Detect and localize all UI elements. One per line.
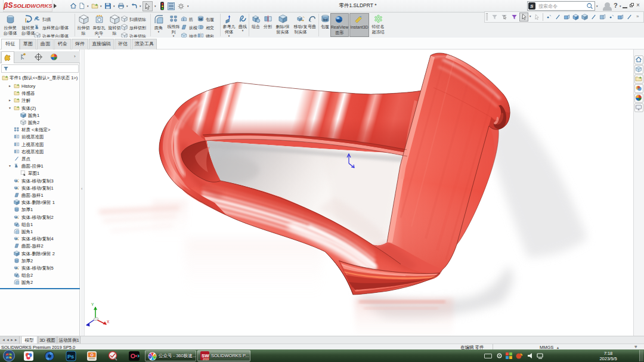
svg-text:X: X (107, 320, 110, 324)
svg-text:Ps: Ps (67, 354, 74, 360)
svg-text:2019: 2019 (203, 358, 209, 361)
svg-text:Y: Y (91, 302, 94, 307)
